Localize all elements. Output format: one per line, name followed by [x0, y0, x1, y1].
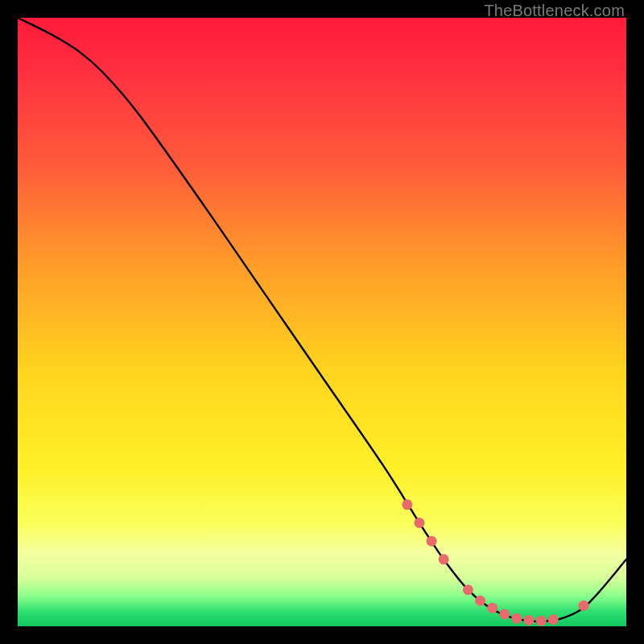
marker-dot: [579, 601, 589, 611]
marker-dot: [463, 584, 473, 595]
marker-dot: [499, 609, 510, 619]
curve-line: [18, 18, 626, 621]
marker-dot: [427, 536, 437, 547]
marker-dot: [475, 596, 485, 606]
marker-dot: [402, 499, 412, 510]
marker-dot: [511, 613, 522, 624]
marker-dot: [524, 615, 535, 625]
plot-area: [18, 18, 626, 626]
chart-frame: TheBottleneck.com: [0, 0, 644, 644]
marker-dot: [487, 603, 497, 613]
marker-dot: [548, 614, 559, 625]
chart-svg: [18, 18, 626, 626]
marker-dot: [414, 518, 424, 528]
marker-dot: [536, 616, 547, 626]
marker-dots: [402, 499, 588, 625]
marker-dot: [439, 554, 449, 564]
